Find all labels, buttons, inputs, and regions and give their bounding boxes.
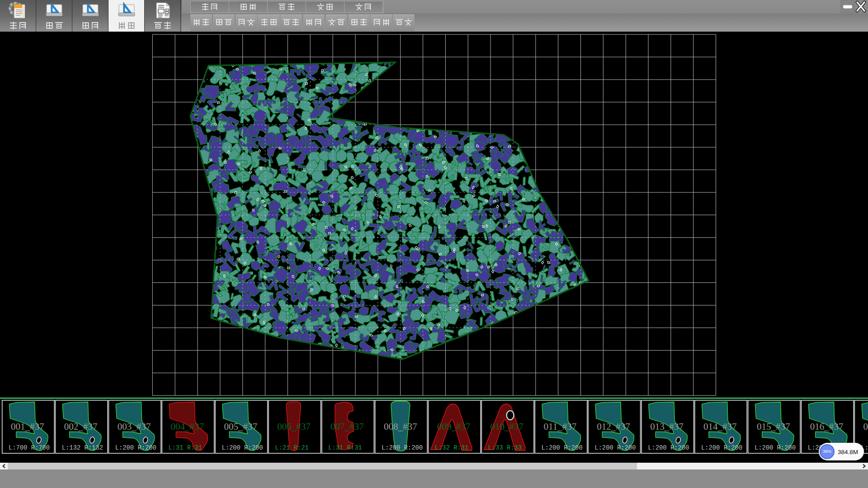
- svg-text:001_#37: 001_#37: [11, 421, 44, 432]
- svg-text:016_#37: 016_#37: [810, 421, 844, 432]
- svg-text:L:31 R:31: L:31 R:31: [169, 445, 203, 451]
- svg-text:006_#37: 006_#37: [277, 421, 311, 432]
- svg-text:L:200 R:200: L:200 R:200: [382, 445, 423, 451]
- svg-text:L:200 R:200: L:200 R:200: [542, 445, 583, 451]
- svg-text:L:32 R:31: L:32 R:31: [435, 445, 469, 451]
- svg-text:L:200 R:200: L:200 R:200: [701, 445, 742, 451]
- svg-text:L:200 R:200: L:200 R:200: [222, 445, 263, 451]
- svg-text:L:700 R:700: L:700 R:700: [9, 445, 50, 451]
- svg-text:015_#37: 015_#37: [757, 421, 790, 432]
- svg-text:013_#37: 013_#37: [650, 421, 684, 432]
- svg-text:012_#37: 012_#37: [597, 421, 630, 432]
- svg-text:002_#37: 002_#37: [64, 421, 98, 432]
- svg-text:010_#37: 010_#37: [491, 421, 524, 432]
- svg-text:008_#37: 008_#37: [384, 421, 417, 432]
- svg-text:004_#37: 004_#37: [171, 421, 204, 432]
- svg-text:L:200 R:200: L:200 R:200: [648, 445, 689, 451]
- svg-text:L:31 R:31: L:31 R:31: [328, 445, 362, 451]
- svg-text:L:200 R:200: L:200 R:200: [755, 445, 796, 451]
- svg-text:L:33 R:33: L:33 R:33: [488, 445, 522, 451]
- svg-text:005_#37: 005_#37: [224, 421, 257, 432]
- svg-text:009_#37: 009_#37: [437, 421, 471, 432]
- svg-text:L:200 R:200: L:200 R:200: [594, 445, 636, 451]
- svg-text:014_#37: 014_#37: [703, 421, 737, 432]
- svg-text:007_#37: 007_#37: [330, 421, 364, 432]
- svg-text:L:21 R:21: L:21 R:21: [275, 445, 309, 451]
- svg-text:003_#37: 003_#37: [118, 421, 151, 432]
- svg-text:0: 0: [863, 421, 868, 432]
- svg-text:011_#37: 011_#37: [544, 421, 577, 432]
- svg-text:L:132 R:132: L:132 R:132: [62, 445, 103, 451]
- svg-text:L:200 R:200: L:200 R:200: [115, 445, 156, 451]
